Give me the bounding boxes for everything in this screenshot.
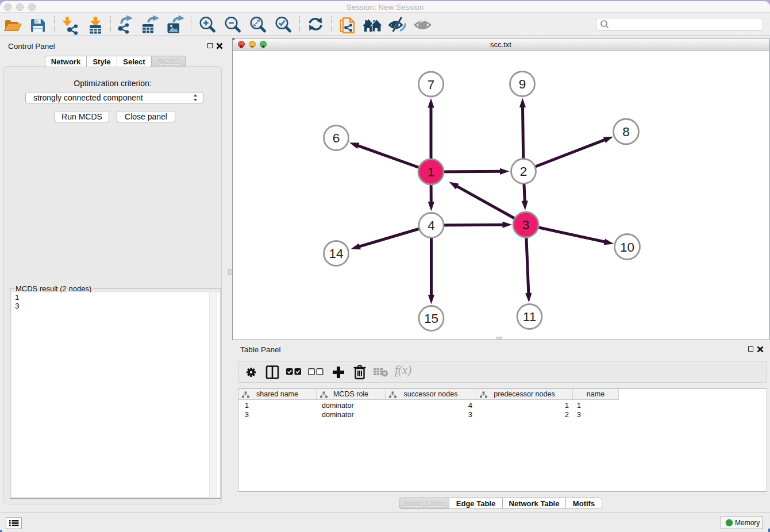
svg-text:6: 6 [333,131,340,145]
svg-text:3: 3 [522,218,530,232]
svg-text:10: 10 [620,240,634,255]
svg-text:8: 8 [622,125,630,139]
svg-text:4: 4 [428,218,435,233]
svg-text:2: 2 [520,164,528,179]
svg-text:9: 9 [519,77,526,91]
svg-text:14: 14 [329,246,343,261]
svg-text:1: 1 [428,165,435,179]
svg-text:7: 7 [428,78,435,92]
svg-text:11: 11 [523,310,536,324]
svg-text:15: 15 [424,311,438,326]
